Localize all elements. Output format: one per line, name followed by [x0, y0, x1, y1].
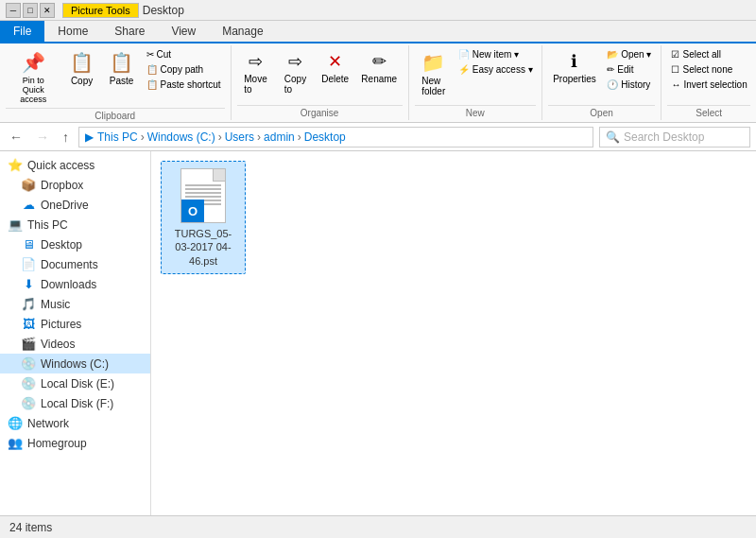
dropbox-label: Dropbox	[41, 179, 83, 192]
delete-icon: ✕	[328, 51, 342, 72]
documents-icon: 📄	[21, 257, 36, 271]
file-item-pst[interactable]: O TURGS_05-03-2017 04-46.pst	[161, 161, 246, 274]
breadcrumb-users[interactable]: Users	[225, 130, 254, 144]
copy-button[interactable]: 📋 Copy	[63, 47, 101, 90]
videos-icon: 🎬	[21, 337, 36, 351]
move-to-button[interactable]: ⇨ Moveto	[237, 47, 275, 98]
pictures-label: Pictures	[41, 318, 81, 331]
breadcrumb-arrow: ▶	[85, 130, 94, 144]
breadcrumb-sep-4: ›	[298, 130, 301, 144]
breadcrumb-admin[interactable]: admin	[264, 130, 295, 144]
invert-label: Invert selection	[683, 79, 747, 90]
search-box[interactable]: 🔍 Search Desktop	[599, 127, 750, 148]
organise-buttons: ⇨ Moveto ⇨ Copyto ✕ Delete ✏ Rename	[237, 47, 403, 105]
dropbox-icon: 📦	[21, 178, 36, 192]
new-item-button[interactable]: 📄 New item ▾	[455, 47, 537, 61]
history-button[interactable]: 🕐 History	[603, 78, 655, 92]
file-icon-container: O	[175, 167, 232, 224]
select-none-icon: ☐	[671, 64, 679, 75]
sidebar-item-local-disk-f[interactable]: 💿 Local Disk (F:)	[0, 393, 150, 413]
cut-button[interactable]: ✂ Cut	[143, 47, 225, 61]
tab-home[interactable]: Home	[44, 21, 101, 42]
network-label: Network	[27, 417, 69, 430]
sidebar-item-downloads[interactable]: ⬇ Downloads	[0, 274, 150, 294]
easy-access-label: Easy access ▾	[472, 64, 533, 75]
breadcrumb-desktop[interactable]: Desktop	[304, 130, 346, 144]
search-icon: 🔍	[606, 130, 620, 144]
delete-label: Delete	[321, 74, 349, 84]
back-button[interactable]: ←	[6, 128, 26, 147]
tab-share[interactable]: Share	[101, 21, 158, 42]
invert-selection-button[interactable]: ↔ Invert selection	[667, 78, 750, 92]
rename-label: Rename	[361, 74, 397, 84]
open-label: Open ▾	[621, 49, 651, 60]
pin-to-quick-access-button[interactable]: 📌 Pin to Quickaccess	[6, 47, 61, 108]
desktop-label: Desktop	[41, 238, 82, 252]
sidebar-item-homegroup[interactable]: 👥 Homegroup	[0, 433, 150, 453]
sidebar-item-this-pc[interactable]: 💻 This PC	[0, 215, 150, 234]
new-buttons: 📁 Newfolder 📄 New item ▾ ⚡ Easy access ▾	[415, 47, 536, 105]
doc-line-4	[185, 196, 221, 198]
new-small-buttons: 📄 New item ▾ ⚡ Easy access ▾	[455, 47, 537, 77]
paste-shortcut-button[interactable]: 📋 Paste shortcut	[143, 78, 225, 92]
minimize-icon[interactable]: ─	[6, 3, 21, 18]
sidebar-item-music[interactable]: 🎵 Music	[0, 294, 150, 314]
tab-file[interactable]: File	[0, 21, 44, 42]
up-button[interactable]: ↑	[59, 128, 73, 147]
breadcrumb[interactable]: ▶ This PC › Windows (C:) › Users › admin…	[78, 127, 593, 148]
window-title: Desktop	[143, 4, 184, 17]
copy-icon: 📋	[70, 51, 94, 74]
sidebar-item-dropbox[interactable]: 📦 Dropbox	[0, 175, 150, 195]
maximize-icon[interactable]: □	[23, 3, 38, 18]
rename-button[interactable]: ✏ Rename	[356, 47, 403, 88]
sidebar-item-pictures[interactable]: 🖼 Pictures	[0, 314, 150, 334]
new-folder-icon: 📁	[421, 51, 445, 74]
clipboard-buttons: 📌 Pin to Quickaccess 📋 Copy 📋 Paste ✂ Cu…	[6, 47, 225, 108]
open-button[interactable]: 📂 Open ▾	[603, 47, 655, 61]
forward-button[interactable]: →	[32, 128, 53, 147]
new-folder-button[interactable]: 📁 Newfolder	[415, 47, 453, 100]
downloads-icon: ⬇	[21, 277, 36, 291]
videos-label: Videos	[41, 338, 75, 351]
sidebar-item-network[interactable]: 🌐 Network	[0, 413, 150, 433]
paste-icon: 📋	[110, 51, 133, 74]
this-pc-label: This PC	[27, 218, 68, 232]
ribbon: 📌 Pin to Quickaccess 📋 Copy 📋 Paste ✂ Cu…	[0, 43, 756, 123]
select-all-button[interactable]: ☑ Select all	[667, 47, 750, 61]
breadcrumb-this-pc[interactable]: This PC	[97, 130, 138, 144]
select-none-button[interactable]: ☐ Select none	[667, 62, 750, 77]
paste-button[interactable]: 📋 Paste	[103, 47, 141, 90]
ribbon-group-select: ☑ Select all ☐ Select none ↔ Invert sele…	[662, 45, 756, 120]
tab-manage[interactable]: Manage	[209, 21, 276, 42]
sidebar-item-onedrive[interactable]: ☁ OneDrive	[0, 195, 150, 215]
close-icon[interactable]: ✕	[40, 3, 55, 18]
onedrive-label: OneDrive	[41, 199, 89, 212]
properties-button[interactable]: ℹ Properties	[548, 47, 602, 88]
breadcrumb-sep-1: ›	[141, 130, 145, 144]
onedrive-icon: ☁	[21, 198, 36, 212]
copy-path-button[interactable]: 📋 Copy path	[143, 62, 225, 77]
windows-c-icon: 💿	[21, 356, 36, 371]
sidebar-item-documents[interactable]: 📄 Documents	[0, 254, 150, 274]
sidebar-item-quick-access[interactable]: ⭐ Quick access	[0, 155, 150, 175]
breadcrumb-windows-c[interactable]: Windows (C:)	[147, 130, 215, 144]
file-name: TURGS_05-03-2017 04-46.pst	[167, 227, 239, 268]
delete-button[interactable]: ✕ Delete	[317, 47, 354, 88]
easy-access-button[interactable]: ⚡ Easy access ▾	[455, 62, 537, 77]
sidebar-item-windows-c[interactable]: 💿 Windows (C:)	[0, 354, 150, 373]
content-area[interactable]: O TURGS_05-03-2017 04-46.pst	[151, 151, 756, 515]
tab-view[interactable]: View	[158, 21, 209, 42]
sidebar-item-desktop[interactable]: 🖥 Desktop	[0, 234, 150, 254]
new-item-label: New item ▾	[472, 49, 519, 60]
local-disk-e-label: Local Disk (E:)	[41, 377, 114, 390]
main-layout: ⭐ Quick access 📦 Dropbox ☁ OneDrive 💻 Th…	[0, 151, 756, 515]
edit-button[interactable]: ✏ Edit	[603, 62, 655, 77]
quick-access-label: Quick access	[27, 159, 94, 172]
copy-path-label: Copy path	[161, 64, 204, 75]
sidebar-item-videos[interactable]: 🎬 Videos	[0, 334, 150, 354]
copy-to-button[interactable]: ⇨ Copyto	[277, 47, 315, 98]
doc-line-1	[185, 184, 221, 186]
sidebar-item-local-disk-e[interactable]: 💿 Local Disk (E:)	[0, 373, 150, 393]
local-disk-f-icon: 💿	[21, 396, 36, 410]
edit-icon: ✏	[607, 64, 614, 75]
